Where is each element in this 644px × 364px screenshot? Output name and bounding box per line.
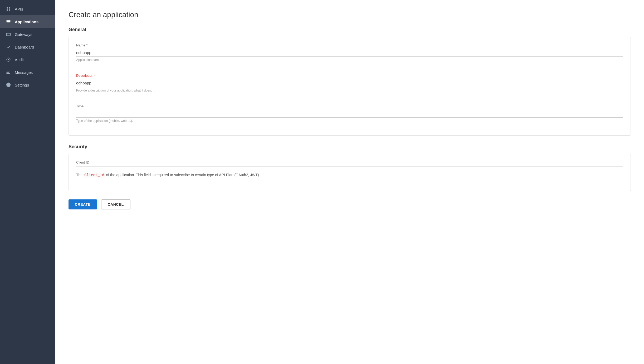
create-button[interactable]: CREATE [69,199,97,209]
type-field-group: Type Type of the application (mobile, we… [76,104,623,123]
client-id-desc-before: The [76,173,84,177]
audit-icon [6,57,11,62]
client-id-desc-after: of the application. This field is requir… [105,173,260,177]
general-card: Name * Application name Description * Pr… [69,37,631,136]
action-buttons: CREATE CANCEL [69,199,631,209]
svg-rect-13 [7,73,10,74]
description-field-group: Description * Provide a description of y… [76,74,623,92]
svg-rect-6 [7,23,11,23]
cancel-button[interactable]: CANCEL [101,199,130,209]
sidebar-item-messages-label: Messages [15,70,33,75]
svg-rect-3 [9,9,10,11]
grid-icon [6,6,11,12]
svg-rect-4 [7,20,11,21]
svg-point-10 [8,59,9,60]
client-id-field-group: Client ID The Client_id of the applicati… [76,160,623,178]
client-id-description: The Client_id of the application. This f… [76,172,623,178]
sidebar-item-dashboard-label: Dashboard [15,45,34,49]
name-hint: Application name [76,58,623,62]
client-id-code: Client_id [84,173,105,178]
sidebar-item-apis[interactable]: APIs [0,3,55,15]
sidebar: APIs Applications Gateways Dashboard Aud… [0,0,55,364]
svg-rect-11 [7,71,11,71]
description-input[interactable] [76,79,623,87]
sidebar-item-audit-label: Audit [15,58,24,62]
list-icon [6,19,11,24]
sidebar-item-settings[interactable]: Settings [0,79,55,91]
sidebar-item-messages[interactable]: Messages [0,66,55,79]
name-label: Name * [76,43,623,47]
divider-3 [76,166,623,167]
security-card: Client ID The Client_id of the applicati… [69,154,631,191]
description-hint: Provide a description of your applicatio… [76,89,623,92]
svg-rect-0 [7,7,8,8]
page-title: Create an application [69,11,631,19]
client-id-label: Client ID [76,160,623,164]
type-label: Type [76,104,623,108]
svg-rect-12 [7,72,9,73]
svg-rect-5 [7,21,11,22]
svg-rect-2 [7,9,8,11]
divider-1 [76,68,623,68]
sidebar-item-applications-label: Applications [15,20,38,24]
security-section-title: Security [69,144,631,150]
gateways-icon [6,32,11,37]
sidebar-item-gateways[interactable]: Gateways [0,28,55,41]
name-input[interactable] [76,49,623,57]
type-input[interactable] [76,110,623,118]
sidebar-item-applications[interactable]: Applications [0,15,55,28]
sidebar-item-dashboard[interactable]: Dashboard [0,41,55,53]
sidebar-item-apis-label: APIs [15,7,23,11]
divider-2 [76,99,623,99]
svg-rect-1 [9,7,10,8]
sidebar-item-settings-label: Settings [15,83,29,87]
general-section-title: General [69,27,631,32]
settings-icon [6,82,11,88]
sidebar-item-gateways-label: Gateways [15,32,32,37]
type-hint: Type of the application (mobile, web, ..… [76,119,623,123]
messages-icon [6,70,11,75]
sidebar-item-audit[interactable]: Audit [0,53,55,66]
dashboard-icon [6,44,11,50]
description-label: Description * [76,74,623,78]
name-field-group: Name * Application name [76,43,623,62]
svg-rect-7 [7,33,11,36]
main-content: Create an application General Name * App… [55,0,644,364]
